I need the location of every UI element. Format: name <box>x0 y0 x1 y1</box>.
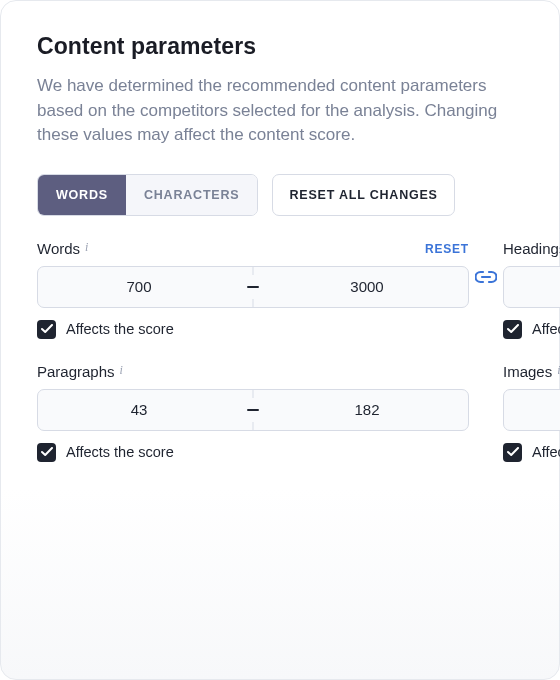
images-min-input[interactable] <box>504 390 560 430</box>
page-title: Content parameters <box>37 33 523 60</box>
words-min-input[interactable] <box>38 267 240 307</box>
info-icon[interactable]: i <box>120 363 123 378</box>
range-paragraphs <box>37 389 469 431</box>
info-icon[interactable]: i <box>85 240 88 255</box>
tab-words[interactable]: WORDS <box>38 175 126 215</box>
controls-row: WORDS CHARACTERS RESET ALL CHANGES <box>37 174 523 216</box>
affects-label: Affects the score <box>66 321 174 337</box>
affects-row-words: Affects the score <box>37 320 469 339</box>
affects-label: Affects the score <box>532 321 560 337</box>
affects-label: Affects the score <box>66 444 174 460</box>
check-icon <box>41 324 53 334</box>
range-images <box>503 389 560 431</box>
affects-label: Affects the score <box>532 444 560 460</box>
paragraphs-min-input[interactable] <box>38 390 240 430</box>
words-max-input[interactable] <box>266 267 468 307</box>
reset-words-link[interactable]: RESET <box>425 242 469 256</box>
affects-checkbox-images[interactable] <box>503 443 522 462</box>
link-column <box>469 240 503 284</box>
range-words <box>37 266 469 308</box>
paragraphs-max-input[interactable] <box>266 390 468 430</box>
field-headings: Headings i Affects the score <box>503 240 560 339</box>
headings-min-input[interactable] <box>504 267 560 307</box>
content-parameters-card: Content parameters We have determined th… <box>0 0 560 680</box>
affects-checkbox-paragraphs[interactable] <box>37 443 56 462</box>
field-label-paragraphs: Paragraphs i <box>37 363 123 380</box>
affects-checkbox-headings[interactable] <box>503 320 522 339</box>
affects-checkbox-words[interactable] <box>37 320 56 339</box>
affects-row-paragraphs: Affects the score <box>37 443 469 462</box>
affects-row-headings: Affects the score <box>503 320 560 339</box>
field-label-words: Words i <box>37 240 88 257</box>
range-separator <box>240 267 266 307</box>
field-paragraphs: Paragraphs i Affects the score <box>37 363 469 462</box>
parameters-grid: Words i RESET Affects the score <box>37 240 523 462</box>
affects-row-images: Affects the score <box>503 443 560 462</box>
description: We have determined the recommended conte… <box>37 74 523 148</box>
field-images: Images i Affects the score <box>503 363 560 462</box>
tab-characters[interactable]: CHARACTERS <box>126 175 258 215</box>
reset-all-button[interactable]: RESET ALL CHANGES <box>272 174 454 216</box>
check-icon <box>41 447 53 457</box>
field-words: Words i RESET Affects the score <box>37 240 469 339</box>
range-separator <box>240 390 266 430</box>
unit-toggle: WORDS CHARACTERS <box>37 174 258 216</box>
link-icon[interactable] <box>475 270 497 284</box>
field-label-images: Images i <box>503 363 560 380</box>
check-icon <box>507 324 519 334</box>
range-headings <box>503 266 560 308</box>
check-icon <box>507 447 519 457</box>
field-label-headings: Headings i <box>503 240 560 257</box>
